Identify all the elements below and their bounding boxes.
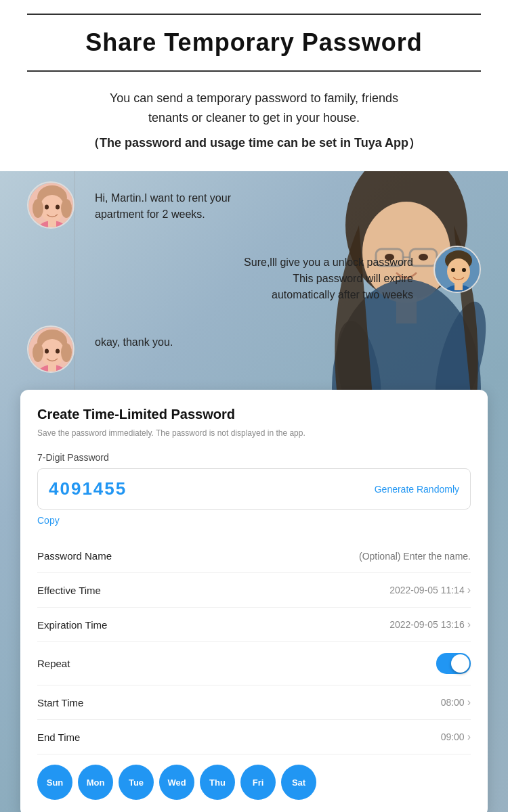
expiration-time-value: 2022-09-05 13:16 › (389, 618, 471, 631)
effective-time-chevron: › (467, 584, 471, 596)
repeat-toggle[interactable] (436, 653, 471, 674)
generate-randomly-button[interactable]: Generate Randomly (375, 484, 459, 495)
subtitle: You can send a temporary password to fam… (27, 89, 481, 128)
subtitle-note: （The password and usage time can be set … (27, 135, 481, 151)
password-name-label: Password Name (37, 550, 112, 562)
end-time-row[interactable]: End Time 09:00 › (37, 720, 471, 754)
day-sunday[interactable]: Sun (37, 765, 72, 800)
chat-message-2: Sure,lll give you a unlock password This… (27, 246, 481, 309)
card-title: Create Time-Limited Password (37, 407, 471, 422)
svg-rect-37 (48, 363, 56, 371)
day-tuesday[interactable]: Tue (119, 765, 154, 800)
effective-time-label: Effective Time (37, 585, 101, 596)
password-box: 4091455 Generate Randomly (37, 468, 471, 510)
password-field-label: 7-Digit Password (37, 452, 471, 463)
chat-text-1: Hi, Martin.I want to rent your apartment… (85, 185, 288, 228)
card-subtitle: Save the password immediately. The passw… (37, 428, 471, 439)
svg-point-25 (451, 268, 455, 272)
copy-button[interactable]: Copy (37, 515, 60, 526)
bottom-divider (27, 70, 481, 72)
repeat-row: Repeat (37, 642, 471, 685)
day-thursday[interactable]: Thu (200, 765, 235, 800)
svg-point-31 (40, 339, 64, 366)
svg-point-16 (33, 199, 43, 218)
effective-time-row[interactable]: Effective Time 2022-09-05 11:14 › (37, 573, 471, 608)
day-saturday[interactable]: Sat (281, 765, 316, 800)
end-time-chevron: › (467, 731, 471, 743)
days-row: Sun Mon Tue Wed Thu Fri Sat (37, 754, 471, 803)
svg-point-35 (56, 348, 60, 353)
avatar-woman-2 (27, 325, 75, 373)
svg-point-34 (45, 348, 49, 353)
chat-text-2: Sure,lll give you a unlock password This… (220, 249, 423, 309)
svg-point-32 (33, 343, 43, 362)
top-section: Share Temporary Password You can send a … (0, 0, 508, 171)
svg-point-26 (462, 268, 466, 272)
svg-rect-28 (454, 282, 463, 290)
day-monday[interactable]: Mon (78, 765, 113, 800)
svg-rect-21 (48, 219, 56, 227)
start-time-chevron: › (467, 696, 471, 708)
password-name-row: Password Name (37, 539, 471, 573)
page-title: Share Temporary Password (27, 28, 481, 57)
svg-point-15 (40, 195, 64, 222)
svg-point-17 (61, 199, 72, 218)
top-divider (27, 14, 481, 15)
card-section: Create Time-Limited Password Save the pa… (0, 390, 508, 812)
start-time-label: Start Time (37, 697, 83, 708)
svg-point-33 (61, 343, 72, 362)
toggle-knob (451, 654, 469, 673)
avatar-man (433, 246, 481, 293)
password-name-input[interactable] (335, 551, 471, 562)
expiration-time-row[interactable]: Expiration Time 2022-09-05 13:16 › (37, 608, 471, 642)
expiration-time-label: Expiration Time (37, 619, 107, 631)
repeat-label: Repeat (37, 658, 70, 669)
chat-text-3: okay, thank you. (85, 329, 183, 356)
svg-point-19 (56, 204, 60, 209)
expiration-time-chevron: › (467, 618, 471, 631)
effective-time-value: 2022-09-05 11:14 › (389, 584, 471, 596)
password-value: 4091455 (49, 478, 127, 499)
end-time-value: 09:00 › (441, 731, 471, 743)
svg-point-24 (447, 258, 470, 284)
start-time-row[interactable]: Start Time 08:00 › (37, 685, 471, 720)
end-time-label: End Time (37, 731, 80, 743)
password-card: Create Time-Limited Password Save the pa… (20, 390, 488, 812)
day-wednesday[interactable]: Wed (159, 765, 194, 800)
avatar-woman-1 (27, 181, 75, 229)
chat-message-1: Hi, Martin.I want to rent your apartment… (27, 181, 481, 229)
day-friday[interactable]: Fri (240, 765, 276, 800)
svg-point-18 (45, 204, 49, 209)
chat-message-3: okay, thank you. (27, 325, 481, 373)
start-time-value: 08:00 › (441, 696, 471, 708)
